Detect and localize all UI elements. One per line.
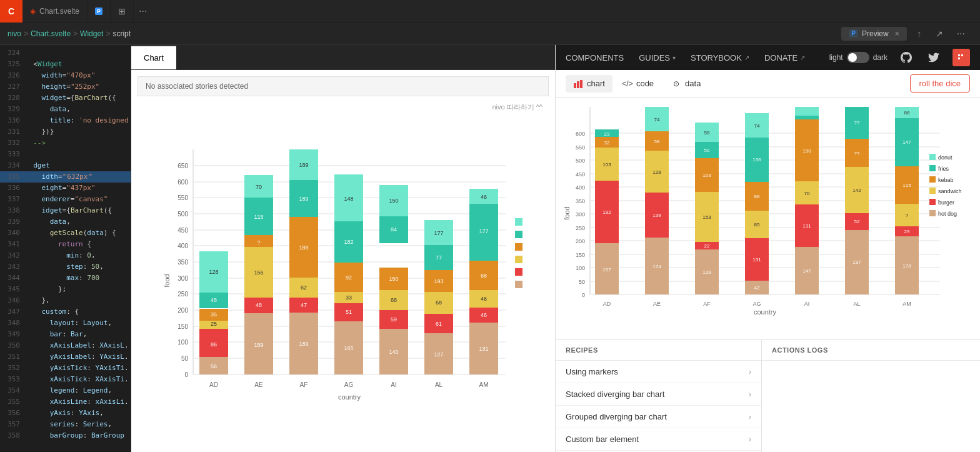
svg-text:650: 650 [178,163,188,169]
editor-tabs: ◈ Chart.svelte P ⊞ ··· [22,0,152,22]
preview-tab[interactable]: P Preview × [841,27,906,41]
svg-text:AM: AM [902,301,911,307]
svg-text:189: 189 [299,341,308,347]
editor-tab-grid[interactable]: ⊞ [111,0,134,22]
code-line-329: 329 data, [0,104,131,115]
svg-text:hot dog: hot dog [938,211,957,217]
breadcrumb-chart-svelte[interactable]: Chart.svelte [31,29,71,38]
nav-storybook[interactable]: STORYBOOK ↗ [691,53,749,63]
svg-text:0: 0 [184,371,188,378]
editor-tab-chartssvelte[interactable]: ◈ Chart.svelte [22,0,88,22]
preview-tab-label: Preview [862,29,889,38]
p-icon: P [95,8,102,15]
svg-text:fries: fries [938,166,949,172]
data-tool-btn[interactable]: ⊙ data [664,75,708,93]
svg-text:58: 58 [704,130,710,136]
code-line-355: 355 xAxisLine: xAxisLi... [0,396,131,408]
svg-text:food: food [563,206,571,219]
breadcrumb-script: script [112,29,131,38]
recipe-label-stacked: Stacked diverging bar chart [566,389,664,399]
svg-text:300: 300 [576,211,585,218]
code-panel: 324 325 <Widget 326 width="470px" 327 he… [0,45,131,452]
roll-dice-button[interactable]: roll the dice [910,74,970,93]
nivo-label: nivo 따라하기 ^^ [492,103,542,112]
svg-text:150: 150 [389,198,398,204]
nav-guides[interactable]: GUIDES ▾ [639,53,676,63]
svg-text:47: 47 [301,302,307,308]
actions-header: ACTIONS LOGS [762,340,980,361]
svg-text:70: 70 [256,184,262,190]
code-line-346: 346 }, [0,295,131,306]
code-line-333: 333 [0,149,131,160]
sb-bottom: RECIPES Using markers › Stacked divergin… [556,339,980,452]
code-line-326: 326 width="470px" [0,70,131,81]
recipe-item-stacked[interactable]: Stacked diverging bar chart › [556,383,761,406]
svg-text:450: 450 [178,227,188,234]
svg-text:84: 84 [391,226,397,233]
preview-action-up[interactable]: ↑ [912,26,927,41]
svg-text:103: 103 [602,162,611,168]
svg-text:AE: AE [254,381,263,388]
code-line-342: 342 min: 0, [0,250,131,261]
svg-rect-122 [515,218,522,226]
svg-text:AL: AL [435,381,443,388]
nav-components[interactable]: COMPONENTS [566,53,624,63]
svg-text:35: 35 [211,311,217,318]
twitter-icon[interactable] [925,49,942,66]
nav-donate[interactable]: DONATE ↗ [764,53,805,63]
recipe-item-grouped[interactable]: Grouped diverging bar chart › [556,406,761,428]
svg-text:140: 140 [389,349,398,355]
breadcrumb: nivo > Chart.svelte > Widget > script [0,29,831,38]
recipe-label-custom: Custom bar element [566,434,639,444]
code-line-334: 334 dget [0,160,131,171]
code-btn-label: code [636,79,654,88]
svg-text:AF: AF [300,381,308,388]
breadcrumb-nivo[interactable]: nivo [8,29,21,38]
chart-tool-btn[interactable]: chart [566,75,612,93]
recipe-item-using-markers[interactable]: Using markers › [556,361,761,383]
main-layout: 324 325 <Widget 326 width="470px" 327 he… [0,45,980,452]
actions-panel: ACTIONS LOGS [762,340,980,452]
code-tool-btn[interactable]: </> code [615,75,661,93]
code-line-358: 358 barGroup: BarGroup [0,430,131,441]
svg-text:AI: AI [391,381,396,388]
svg-text:kebab: kebab [938,177,954,183]
svg-rect-260 [929,199,936,205]
theme-toggle[interactable]: light dark [829,52,888,63]
tab-more-button[interactable]: ··· [134,6,152,17]
theme-switch[interactable] [847,52,869,63]
svg-text:177: 177 [479,228,488,234]
svg-text:68: 68 [391,297,397,303]
code-line-343: 343 step: 50, [0,261,131,273]
svg-text:23: 23 [604,131,610,137]
storybook-panel: COMPONENTS GUIDES ▾ STORYBOOK ↗ DONATE ↗… [555,45,980,452]
recipe-item-custom[interactable]: Custom bar element › [556,428,761,451]
svg-rect-135 [961,54,963,56]
preview-more[interactable]: ··· [952,28,970,39]
svg-rect-138 [577,81,579,88]
svg-text:sandwich: sandwich [938,188,962,194]
preview-close[interactable]: × [895,29,899,38]
svg-text:32: 32 [604,140,610,146]
tab-chart[interactable]: Chart [131,45,176,69]
svg-rect-134 [958,54,960,56]
preview-icon: P [849,29,858,38]
svg-rect-224 [795,116,819,119]
code-line-353: 353 xAxisTick: XAxisTi... [0,374,131,385]
svg-text:400: 400 [576,184,585,191]
svg-text:200: 200 [178,307,188,314]
svg-text:193: 193 [434,278,443,284]
svg-text:86: 86 [904,110,910,116]
editor-tab-p[interactable]: P [88,0,111,22]
guides-chevron: ▾ [672,54,676,61]
preview-actions: ↑ ↗ [912,26,947,41]
code-line-341: 341 return { [0,239,131,250]
github-icon[interactable] [898,49,915,66]
recipe-chevron-custom: › [749,435,751,444]
breadcrumb-widget[interactable]: Widget [80,29,103,38]
svg-text:450: 450 [576,171,585,178]
svg-rect-262 [929,210,936,216]
sb-nav-right: light dark [829,49,970,66]
preview-action-external[interactable]: ↗ [932,26,947,41]
svg-text:142: 142 [852,188,861,193]
